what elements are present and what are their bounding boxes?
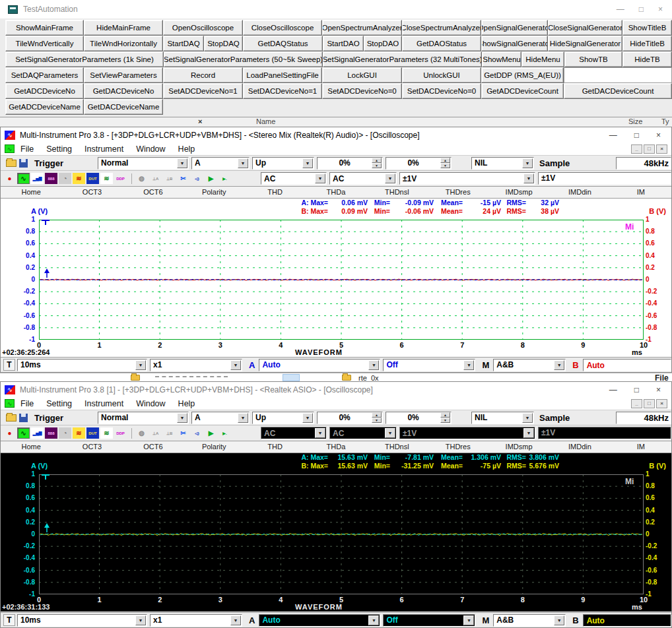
zero-b-icon[interactable]: ⊥B — [163, 173, 176, 184]
chevron-down-icon[interactable]: ▼ — [315, 428, 325, 438]
loadpanelsettingfile-button[interactable]: LoadPanelSettingFile — [243, 67, 322, 83]
getdaqstatus-button[interactable]: GetDAQStatus — [243, 36, 323, 51]
calibration-icon[interactable]: ◍ — [135, 173, 148, 184]
hidemainframe-button[interactable]: HideMainFrame — [84, 20, 163, 36]
trigger-source-select[interactable]: A▼ — [191, 412, 250, 424]
explorer-close-icon[interactable]: × — [198, 117, 202, 125]
plot-area[interactable]: Mi — [39, 474, 644, 594]
sweep-time-select[interactable]: 10ms▼ — [17, 359, 147, 371]
chevron-down-icon[interactable]: ▼ — [523, 428, 534, 438]
tab-thda[interactable]: THDa — [306, 187, 366, 198]
tab-polarity[interactable]: Polarity — [184, 187, 244, 198]
trigger-sweep-a-select[interactable]: Auto▼ — [259, 614, 380, 627]
trigger-level-spinner[interactable]: 0%▲▼ — [317, 157, 383, 170]
zero-b-icon[interactable]: ⊥B — [163, 427, 176, 439]
record-button[interactable]: Record — [163, 67, 243, 83]
spin-up-icon[interactable]: ▲ — [372, 158, 382, 163]
openoscilloscope-button[interactable]: OpenOscilloscope — [163, 20, 243, 36]
mdi-restore-icon[interactable]: □ — [644, 399, 655, 408]
showmenu-button[interactable]: ShowMenu — [482, 51, 521, 67]
range-a-select[interactable]: ±1V▼ — [399, 172, 535, 185]
trigger-delay-spinner[interactable]: 0%▲▼ — [386, 412, 452, 424]
chevron-down-icon[interactable]: ▼ — [368, 615, 379, 625]
setdacdeviceno-0-button[interactable]: SetDACDeviceNo=0 — [402, 83, 481, 99]
hidetb-button[interactable]: HideTB — [622, 51, 672, 67]
ddp-viewer-icon[interactable]: DDP — [114, 427, 127, 439]
close-icon[interactable]: × — [658, 5, 663, 14]
testautomation-title-bar[interactable]: TestAutomation — □ × — [0, 0, 672, 18]
chevron-down-icon[interactable]: ▼ — [463, 615, 474, 625]
zoom-multiplier-select[interactable]: x1▼ — [150, 359, 242, 371]
explorer-name-column[interactable]: Name — [256, 117, 275, 125]
trigger-edge-select[interactable]: Up▼ — [252, 412, 314, 424]
getdacdeviceno-button[interactable]: GetDACDeviceNo — [84, 83, 163, 99]
chevron-down-icon[interactable]: ▼ — [368, 360, 379, 370]
tab-thd[interactable]: THD — [244, 187, 305, 198]
trigger-mode-select[interactable]: Normal▼ — [98, 412, 189, 424]
lcr-meter-icon[interactable]: ≋ — [100, 427, 113, 439]
closeoscilloscope-button[interactable]: CloseOscilloscope — [243, 20, 322, 36]
spectrum-analyzer-icon[interactable]: ▂▅▇ — [31, 427, 44, 439]
range-a-select[interactable]: ±1V▼ — [399, 427, 535, 439]
sound-device-icon[interactable]: ◁) — [191, 427, 203, 439]
chevron-down-icon[interactable]: ▼ — [230, 615, 241, 625]
setadcdeviceno-0-button[interactable]: SetADCDeviceNo=0 — [322, 83, 402, 99]
tab-thdres[interactable]: THDres — [428, 441, 488, 453]
save-panel-setting-icon[interactable] — [19, 414, 28, 422]
tab-home[interactable]: Home — [1, 441, 61, 453]
startdaq-button[interactable]: StartDAQ — [163, 36, 204, 51]
tab-polarity[interactable]: Polarity — [184, 441, 244, 453]
hidetitleb-button[interactable]: HideTitleB — [622, 36, 672, 51]
close-icon[interactable]: × — [656, 385, 661, 394]
opensignalgenerator-button[interactable]: OpenSignalGenerator — [481, 20, 548, 36]
run-icon[interactable]: ▶ — [205, 427, 217, 439]
persistence-select[interactable]: Off▼ — [383, 614, 475, 627]
close-icon[interactable]: × — [656, 131, 661, 140]
chevron-down-icon[interactable]: ▼ — [177, 158, 187, 168]
restore-icon[interactable]: □ — [634, 385, 639, 394]
lockgui-button[interactable]: LockGUI — [322, 67, 402, 83]
chevron-down-icon[interactable]: ▼ — [238, 413, 248, 423]
coupling-a-select[interactable]: AC▼ — [261, 427, 327, 439]
spin-down-icon[interactable]: ▼ — [372, 163, 382, 168]
trigger-rejection-select[interactable]: NIL▼ — [471, 157, 534, 170]
device-test-plan-icon[interactable]: DUT — [86, 173, 99, 184]
getddp-rms-a-eu-button[interactable]: GetDDP (RMS_A(EU)) — [481, 67, 564, 83]
multimeter-icon[interactable]: ◔ — [59, 427, 71, 439]
showsignalgenerator-button[interactable]: ShowSignalGenerator — [481, 36, 548, 51]
tab-oct6[interactable]: OCT6 — [123, 187, 184, 198]
oscilloscope-icon[interactable]: ∿ — [17, 173, 30, 184]
tab-home[interactable]: Home — [1, 187, 61, 198]
chevron-down-icon[interactable]: ▼ — [230, 360, 241, 370]
tab-thda[interactable]: THDa — [306, 441, 366, 453]
trigger-sweep-a-select[interactable]: Auto▼ — [259, 359, 380, 371]
setviewparameters-button[interactable]: SetViewParameters — [84, 67, 163, 83]
run-auto-icon[interactable]: ▶. — [218, 173, 231, 184]
plot-area[interactable]: Mi — [39, 220, 644, 340]
calibration-icon[interactable]: ◍ — [135, 427, 148, 439]
openspectrumanalyzer-button[interactable]: OpenSpectrumAnalyzer — [322, 20, 402, 36]
tab-im[interactable]: IM — [611, 441, 671, 453]
chevron-down-icon[interactable]: ▼ — [238, 158, 248, 168]
tab-imddin[interactable]: IMDdin — [549, 441, 610, 453]
chevron-down-icon[interactable]: ▼ — [135, 360, 146, 370]
chevron-down-icon[interactable]: ▼ — [385, 428, 395, 438]
menu-help[interactable]: Help — [178, 144, 195, 154]
sweep-time-select[interactable]: 10ms▼ — [17, 614, 147, 627]
mdi-close-icon[interactable]: × — [656, 399, 667, 408]
explorer-type-column[interactable]: Ty — [661, 117, 669, 125]
chevron-down-icon[interactable]: ▼ — [554, 360, 564, 370]
trigger-rejection-select[interactable]: NIL▼ — [471, 412, 534, 424]
closespectrumanalyzer-button[interactable]: CloseSpectrumAnalyzer — [402, 20, 481, 36]
signal-generator-icon[interactable]: 888 — [45, 427, 57, 439]
minimize-icon[interactable]: — — [609, 385, 617, 394]
spin-up-icon[interactable]: ▲ — [440, 158, 450, 163]
getadcdevicecount-button[interactable]: GetADCDeviceCount — [481, 83, 564, 99]
chevron-down-icon[interactable]: ▼ — [554, 615, 564, 625]
getdacdevicename-button[interactable]: GetDACDeviceName — [84, 99, 163, 115]
multimeter-icon[interactable]: ◔ — [59, 173, 71, 184]
title-bar[interactable]: ∿ Multi-Instrument Pro 3.8 - [+3DP+DLG+L… — [1, 127, 671, 142]
maximize-icon[interactable]: □ — [639, 5, 644, 14]
chevron-down-icon[interactable]: ▼ — [463, 360, 474, 370]
menu-setting[interactable]: Setting — [46, 144, 72, 154]
